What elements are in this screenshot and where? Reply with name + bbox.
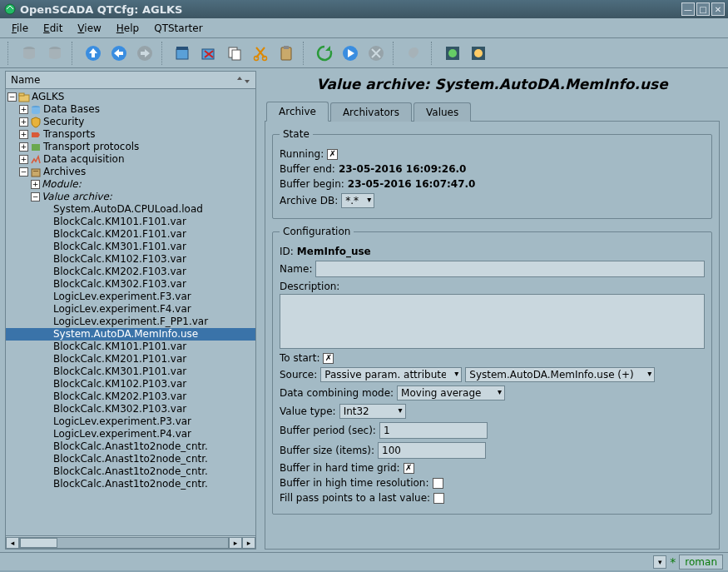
stop-icon[interactable]: [364, 42, 388, 65]
tree-row[interactable]: +Module:: [6, 178, 255, 191]
tree-row[interactable]: BlockCalc.Anast1to2node_cntr.: [6, 465, 255, 478]
tree-row[interactable]: +Transports: [6, 128, 255, 141]
to-start-checkbox[interactable]: ✗: [323, 353, 334, 364]
maximize-button[interactable]: □: [696, 2, 710, 16]
tree-label: BlockCalc.KM302.F103.var: [53, 278, 186, 291]
item-delete-icon[interactable]: [197, 42, 220, 65]
tree-row[interactable]: +Transport protocols: [6, 141, 255, 153]
tree-hscrollbar[interactable]: ◂ ▸ ▸: [6, 535, 255, 549]
tree-row[interactable]: BlockCalc.KM102.P103.var: [6, 378, 255, 390]
tree-row[interactable]: LogicLev.experiment.F4.var: [6, 303, 255, 316]
tree-row[interactable]: BlockCalc.KM101.F101.var: [6, 216, 255, 228]
tree-row[interactable]: LogicLev.experiment.P4.var: [6, 428, 255, 440]
cut-icon[interactable]: [249, 42, 272, 65]
tree-row[interactable]: −AGLKS: [6, 91, 255, 103]
tree-row[interactable]: +Data Bases: [6, 103, 255, 116]
refresh-icon[interactable]: [313, 42, 336, 65]
tree-row[interactable]: BlockCalc.KM102.F103.var: [6, 253, 255, 266]
tree-label: BlockCalc.KM102.F103.var: [53, 253, 186, 266]
combining-select[interactable]: Moving average: [397, 385, 505, 400]
scroll-left-icon[interactable]: ◂: [6, 537, 19, 549]
run-icon[interactable]: [339, 42, 362, 65]
svg-point-18: [448, 49, 457, 57]
menu-file[interactable]: File: [5, 20, 35, 37]
tree-row[interactable]: BlockCalc.KM301.P101.var: [6, 366, 255, 378]
transport-icon: [30, 129, 42, 141]
buf-period-input[interactable]: [379, 422, 488, 439]
tree-row[interactable]: BlockCalc.KM101.P101.var: [6, 341, 255, 353]
tree-label: BlockCalc.Anast1to2node_cntr.: [53, 478, 208, 490]
tree-row[interactable]: BlockCalc.KM202.F103.var: [6, 266, 255, 278]
description-input[interactable]: [280, 294, 705, 349]
tree-label: Transports: [43, 128, 96, 141]
tree-row[interactable]: BlockCalc.KM302.F103.var: [6, 278, 255, 291]
high-res-checkbox[interactable]: [433, 478, 443, 489]
close-button[interactable]: ✕: [711, 2, 725, 16]
tree-label: Data Bases: [43, 103, 100, 116]
tree-row[interactable]: BlockCalc.KM302.P103.var: [6, 403, 255, 415]
value-type-select[interactable]: Int32: [339, 404, 406, 419]
db-load-icon[interactable]: [17, 42, 41, 65]
buf-size-input[interactable]: [378, 442, 486, 459]
nav-forward-icon[interactable]: [133, 42, 156, 65]
menu-help[interactable]: Help: [110, 20, 146, 37]
tree-row[interactable]: BlockCalc.Anast1to2node_cntr.: [6, 478, 255, 490]
item-add-icon[interactable]: [171, 42, 195, 65]
to-start-label: To start:: [280, 352, 319, 364]
svg-rect-14: [284, 46, 289, 49]
name-input[interactable]: [315, 261, 705, 277]
svg-rect-10: [232, 50, 240, 60]
hard-grid-checkbox[interactable]: ✗: [404, 463, 414, 474]
scroll-right-icon[interactable]: ▸: [229, 537, 242, 549]
tree-label: System.AutoDA.CPULoad.load: [53, 203, 203, 216]
scroll-right-icon-2[interactable]: ▸: [242, 537, 255, 549]
config-group: Configuration ID: MemInfo_use Name: Desc…: [272, 226, 712, 515]
menu-edit[interactable]: Edit: [37, 20, 69, 37]
tree-row[interactable]: System.AutoDA.MemInfo.use: [6, 328, 255, 341]
source-path-select[interactable]: System.AutoDA.MemInfo.use (+): [465, 367, 655, 382]
tree-header[interactable]: Name: [6, 72, 255, 89]
fill-pass-checkbox[interactable]: [433, 493, 444, 504]
copy-icon[interactable]: [223, 42, 246, 65]
tree-row[interactable]: +Data acquisition: [6, 153, 255, 166]
tree-row[interactable]: LogicLev.experiment.F_PP1.var: [6, 316, 255, 328]
tree-row[interactable]: BlockCalc.KM202.P103.var: [6, 390, 255, 403]
tree[interactable]: −AGLKS+Data Bases+Security+Transports+Tr…: [6, 89, 255, 535]
config-legend: Configuration: [280, 226, 354, 237]
tree-row[interactable]: BlockCalc.Anast1to2node_cntr.: [6, 453, 255, 465]
db-save-icon[interactable]: [43, 42, 67, 65]
nav-up-icon[interactable]: [82, 42, 105, 65]
source-mode-select[interactable]: Passive param. attribute: [320, 367, 462, 382]
running-checkbox[interactable]: ✗: [327, 149, 338, 160]
menu-qtstarter[interactable]: QTStarter: [147, 20, 209, 37]
running-label: Running:: [280, 148, 324, 160]
menubar: File Edit View Help QTStarter: [0, 18, 728, 38]
tag-icon[interactable]: [403, 42, 426, 65]
tree-row[interactable]: −Value archive:: [6, 191, 255, 203]
tree-header-arrows[interactable]: [236, 76, 250, 84]
tree-row[interactable]: −Archives: [6, 166, 255, 178]
tree-row[interactable]: LogicLev.experiment.P3.var: [6, 415, 255, 428]
minimize-button[interactable]: —: [681, 2, 695, 16]
archive-db-select[interactable]: *.*: [341, 193, 374, 208]
tree-row[interactable]: BlockCalc.Anast1to2node_cntr.: [6, 440, 255, 453]
tab-archive[interactable]: Archive: [266, 102, 329, 122]
menu-view[interactable]: View: [71, 20, 107, 37]
tree-row[interactable]: LogicLev.experiment.F3.var: [6, 291, 255, 303]
tree-row[interactable]: BlockCalc.KM201.P101.var: [6, 353, 255, 366]
status-user[interactable]: roman: [679, 555, 723, 570]
module-icon-2[interactable]: [467, 42, 490, 65]
status-combo[interactable]: ▾: [653, 555, 666, 569]
buffer-begin-value: 23-05-2016 16:07:47.0: [348, 178, 476, 190]
paste-icon[interactable]: [275, 42, 298, 65]
tree-row[interactable]: BlockCalc.KM201.F101.var: [6, 228, 255, 241]
archive-db-label: Archive DB:: [280, 195, 338, 206]
tab-archivators[interactable]: Archivators: [330, 102, 412, 122]
svg-point-12: [263, 56, 267, 60]
tree-row[interactable]: +Security: [6, 116, 255, 128]
nav-back-icon[interactable]: [107, 42, 131, 65]
tree-row[interactable]: System.AutoDA.CPULoad.load: [6, 203, 255, 216]
module-icon-1[interactable]: [441, 42, 464, 65]
tree-row[interactable]: BlockCalc.KM301.F101.var: [6, 241, 255, 253]
tab-values[interactable]: Values: [414, 102, 471, 122]
